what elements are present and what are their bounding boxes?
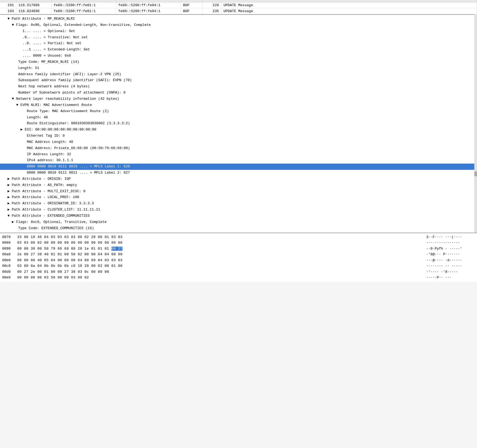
cell-proto: BGP: [181, 8, 202, 14]
detail-line[interactable]: ▶ Flags: 0xc0, Optional, Transitive, Com…: [0, 219, 474, 225]
hex-bytes: 00 27 2e 00 01 00 00 27 38 03 0c 00 00 0…: [17, 269, 422, 275]
hex-offset: 00a0: [2, 252, 13, 257]
cell-len: 228: [202, 2, 221, 8]
hex-offset: 00e0: [2, 275, 13, 280]
hex-ascii: 3··F···· ···(····: [426, 235, 475, 240]
detail-line[interactable]: ▼ Path Attribute - EXTENDED_COMMUNITIES: [0, 213, 474, 219]
detail-line[interactable]: Type Code: MP_REACH_NLRI (14): [0, 59, 474, 65]
hex-bytes: 2e 00 27 38 40 01 01 00 50 02 00 00 04 0…: [17, 252, 422, 257]
hex-row: 0080 03 03 00 02 00 00 00 00 00 00 00 00…: [0, 240, 477, 246]
cell-source: fe80::5200:ff:fe01:1: [51, 8, 116, 14]
detail-line[interactable]: ▶ Path Attribute - MULTI_EXIT_DISC: 0: [0, 188, 474, 195]
hex-offset: 0080: [2, 240, 13, 246]
hex-ascii: ···@···· ·d······: [426, 258, 475, 263]
col-header-source: [51, 0, 116, 2]
detail-line[interactable]: Address family identifier (AFI): Layer-2…: [0, 71, 474, 78]
detail-line[interactable]: ▼ Path Attribute - MP_REACH_NLRI: [0, 16, 474, 22]
detail-line[interactable]: ▶ ESI: 00:00:00:00:00:00:00:00:00:00: [0, 127, 474, 133]
hex-offset: 0070: [2, 235, 13, 240]
cell-info: UPDATE Message: [221, 2, 477, 8]
hex-offset: 00b0: [2, 258, 13, 263]
detail-line[interactable]: ▶ Path Attribute - CLUSTER_LIST: 11.11.1…: [0, 207, 474, 213]
detail-line[interactable]: ▼ Network layer reachability information…: [0, 96, 474, 102]
detail-line[interactable]: Next hop network address (4 bytes): [0, 84, 474, 90]
cell-dest: fe80::5200:ff:fe04:1: [116, 8, 181, 14]
detail-line[interactable]: 0000 0000 0010 0111 0011 .... = MPLS Lab…: [0, 170, 474, 176]
detail-line[interactable]: 1... .... = Optional: Set: [0, 28, 474, 35]
hex-row: 00d0 00 27 2e 00 01 00 00 27 38 03 0c 00…: [0, 269, 477, 275]
hex-row: 00a0 2e 00 27 38 40 01 01 00 50 02 00 00…: [0, 251, 477, 257]
hex-row: 00c0 03 80 0a 04 0b 0b 0b 0b c0 10 20 00…: [0, 263, 477, 269]
detail-line[interactable]: ▶ Path Attribute - ORIGINATOR_ID: 3.3.3.…: [0, 201, 474, 207]
detail-line[interactable]: ▼ Flags: 0x90, Optional, Extended-Length…: [0, 22, 474, 28]
detail-line[interactable]: IPv4 address: 30.1.1.1: [0, 157, 474, 164]
hex-bytes: 00 00 08 06 03 50 00 00 03 00 02: [17, 275, 422, 280]
hex-ascii: ········ ·· ·····: [426, 263, 475, 269]
hex-row: 00b0 00 00 00 40 05 04 00 00 00 64 80 09…: [0, 257, 477, 263]
hex-ascii: ················: [426, 240, 475, 246]
cell-no: 193: [0, 8, 16, 14]
detail-line[interactable]: ▶ Path Attribute - AS_PATH: empty: [0, 182, 474, 188]
col-header-proto: [181, 0, 202, 2]
packet-row[interactable]: 193 116.824896 fe80::5200:ff:fe01:1 fe80…: [0, 8, 477, 14]
detail-line[interactable]: MAC Address: Private_66:68:08 (00:50:79:…: [0, 145, 474, 151]
hex-offset: 00d0: [2, 269, 13, 275]
detail-line[interactable]: MAC Address Length: 48: [0, 139, 474, 145]
detail-line[interactable]: .... 0000 = Unused: 0x0: [0, 53, 474, 59]
hex-ascii: ··0·Pyfh · ·····': [426, 246, 475, 251]
cell-len: 235: [202, 8, 221, 14]
cell-no: 191: [0, 2, 16, 8]
hex-bytes: 03 03 00 02 00 00 00 00 00 00 00 00 00 0…: [17, 240, 422, 246]
detail-line[interactable]: ..0. .... = Partial: Not set: [0, 40, 474, 47]
detail-line[interactable]: Subsequent address family identifier (SA…: [0, 77, 474, 84]
hex-row: 00e0 00 00 08 06 03 50 00 00 03 00 02 ··…: [0, 275, 477, 281]
detail-line[interactable]: ...1 .... = Extended-Length: Set: [0, 47, 474, 53]
detail-line[interactable]: Ethernet Tag ID: 0: [0, 133, 474, 139]
hex-offset: 0090: [2, 246, 13, 251]
packet-row[interactable]: 191 116.517886 fe80::5200:ff:fe01:1 fe80…: [0, 2, 477, 8]
detail-line[interactable]: Route Distinguisher: 0001030303030002 (3…: [0, 120, 474, 127]
detail-line[interactable]: Type Code: EXTENDED_COMMUNITIES (16): [0, 225, 474, 232]
col-header-no: [0, 0, 16, 2]
hex-ascii: ·'8@··· P·······: [426, 252, 475, 257]
detail-line[interactable]: Length: 40: [0, 115, 474, 121]
hex-bytes: 00 00 00 40 05 04 00 00 00 64 80 09 04 0…: [17, 258, 422, 263]
hex-row: 0070 33 00 19 46 04 03 03 03 03 00 02 28…: [0, 234, 477, 240]
cell-time: 116.824896: [16, 8, 51, 14]
detail-panel: ▼ Path Attribute - MP_REACH_NLRI▼ Flags:…: [0, 14, 477, 233]
detail-line[interactable]: Number of Subnetwork points of attachmen…: [0, 90, 474, 96]
hex-ascii: ·····P·· ···: [426, 275, 475, 280]
hex-bytes: 03 80 0a 04 0b 0b 0b 0b c0 10 20 00 02 0…: [17, 263, 422, 269]
detail-line[interactable]: Length: 51: [0, 65, 474, 71]
hex-bytes: 00 00 30 00 50 79 66 68 08 20 1e 01 01 0…: [17, 246, 422, 251]
hex-offset: 00c0: [2, 263, 13, 269]
detail-line[interactable]: ▼ EVPN NLRI: MAC Advertisement Route: [0, 102, 474, 108]
detail-line[interactable]: IP Address Length: 32: [0, 151, 474, 158]
col-header-time: [16, 0, 51, 2]
cell-source: fe80::5200:ff:fe01:1: [51, 2, 116, 8]
col-header-len: [202, 0, 221, 2]
cell-proto: BGP: [181, 2, 202, 8]
cell-dest: fe80::5200:ff:fe04:1: [116, 2, 181, 8]
detail-line[interactable]: 0000 0000 0010 0111 0010 .... = MPLS Lab…: [0, 164, 474, 170]
detail-line[interactable]: ▶ Path Attribute - ORIGIN: IGP: [0, 176, 474, 182]
detail-line[interactable]: .0.. .... = Transitive: Not set: [0, 35, 474, 41]
hex-panel: 0070 33 00 19 46 04 03 03 03 03 00 02 28…: [0, 233, 477, 282]
hex-highlight: 00 27: [111, 247, 123, 251]
hex-ascii: ·'···· ·'8·····: [426, 269, 475, 275]
col-header-info: [221, 0, 477, 2]
cell-time: 116.517886: [16, 2, 51, 8]
cell-info: UPDATE Message: [221, 8, 477, 14]
col-header-dest: [116, 0, 181, 2]
packet-table: 191 116.517886 fe80::5200:ff:fe01:1 fe80…: [0, 0, 477, 14]
hex-row: 0090 00 00 30 00 50 79 66 68 08 20 1e 01…: [0, 246, 477, 252]
hex-bytes: 33 00 19 46 04 03 03 03 03 00 02 28 00 0…: [17, 235, 422, 240]
detail-line[interactable]: Route Type: MAC Advertisement Route (2): [0, 108, 474, 115]
detail-line[interactable]: ▶ Path Attribute - LOCAL_PREF: 100: [0, 194, 474, 201]
